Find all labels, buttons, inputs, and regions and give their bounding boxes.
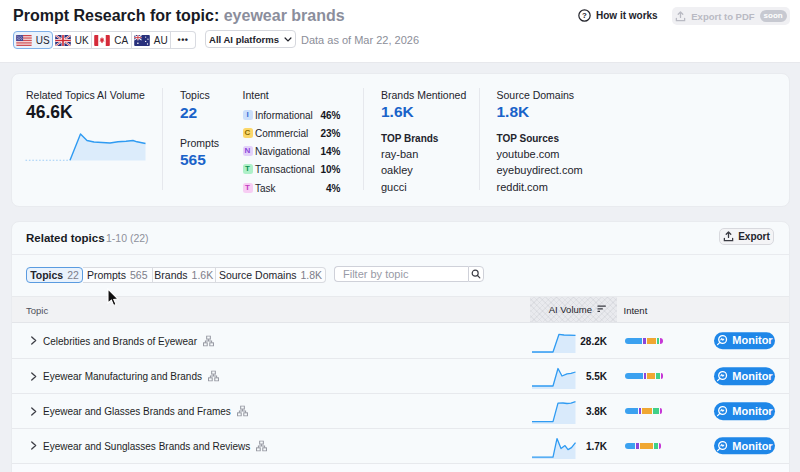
svg-text:?: ? [582,11,587,20]
